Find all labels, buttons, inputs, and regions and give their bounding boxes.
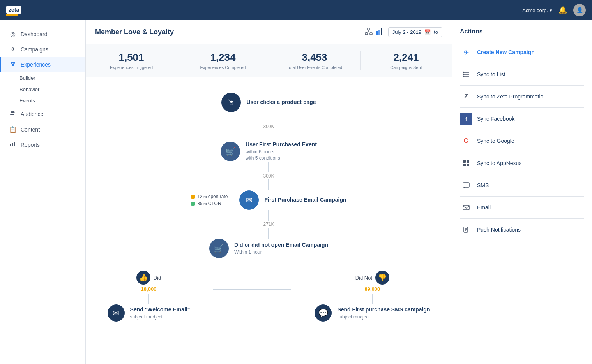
welcome-email-circle[interactable]: ✉ <box>108 304 125 322</box>
hierarchy-icon[interactable] <box>365 28 373 37</box>
action-sync-list[interactable]: Sync to List <box>460 63 584 86</box>
create-campaign-icon: ✈ <box>460 46 472 58</box>
sidebar-item-campaigns[interactable]: ✈ Campaigns <box>0 42 85 57</box>
email-icon: ✉ <box>246 195 253 205</box>
sync-zeta-icon: Z <box>460 90 472 103</box>
avatar[interactable]: 👤 <box>573 4 586 16</box>
action-sync-facebook[interactable]: f Sync Facebook <box>460 108 584 130</box>
count-label-3: 271K <box>263 222 274 227</box>
action-label-sync-list: Sync to List <box>477 71 505 77</box>
sidebar-sub-item-builder[interactable]: Builder <box>19 72 85 84</box>
email-row: 12% open rate 35% CTOR ✉ <box>191 190 346 210</box>
node-row-purchase: 🛒 User First Purchased Event within 6 ho… <box>221 141 317 162</box>
logo-text: zeta <box>6 6 21 14</box>
action-label-create-campaign: Create New Campaign <box>477 49 535 55</box>
check-icon: 🛒 <box>214 244 224 253</box>
action-sync-zeta[interactable]: Z Sync to Zeta Programmatic <box>460 86 584 108</box>
sync-google-icon: G <box>460 135 472 147</box>
date-to-label: to <box>434 29 438 35</box>
thumbs-up-circle: 👍 <box>136 271 150 285</box>
svg-rect-25 <box>467 160 469 163</box>
sidebar-item-reports[interactable]: Reports <box>0 137 85 153</box>
did-thumb: 👍 Did <box>136 271 161 285</box>
sidebar-item-audience[interactable]: Audience <box>0 106 85 122</box>
calendar-icon: 📅 <box>424 29 431 35</box>
ctor-meta: 35% CTOR <box>191 201 228 206</box>
email-node-title: First Purchase Email Campaign <box>264 196 346 204</box>
trigger-node-title: User clicks a product page <box>246 98 316 106</box>
svg-point-2 <box>12 64 14 66</box>
action-sync-google[interactable]: G Sync to Google <box>460 130 584 152</box>
shopping-icon: 🛒 <box>226 147 235 156</box>
avatar-icon: 👤 <box>576 7 583 13</box>
did-vert-line-1 <box>269 264 269 271</box>
sidebar-label-dashboard: Dashboard <box>21 31 48 37</box>
check-node-sub: Within 1 hour <box>234 249 328 256</box>
sms-campaign-circle[interactable]: 💬 <box>315 304 332 322</box>
stat-label-3: Campaigns Sent <box>361 65 452 70</box>
sidebar-item-experiences[interactable]: Experiences <box>0 57 85 72</box>
logo-underline <box>6 14 18 16</box>
svg-rect-10 <box>370 33 372 35</box>
svg-rect-16 <box>378 30 380 35</box>
flow-center: 🖱 User clicks a product page 300K 🛒 <box>101 85 436 329</box>
check-node-circle[interactable]: 🛒 <box>209 239 229 258</box>
thumbs-down-icon: 👎 <box>378 273 387 282</box>
svg-point-1 <box>13 62 15 64</box>
flow-step-check: 🛒 Did or did not open Email Campaign Wit… <box>209 239 328 258</box>
did-not-label: Did Not <box>355 275 372 281</box>
stat-experiences-triggered: 1,501 Experiences Triggered <box>86 51 177 70</box>
node-row-email: ✉ First Purchase Email Campaign <box>239 190 346 210</box>
action-sms[interactable]: SMS <box>460 174 584 197</box>
action-create-campaign[interactable]: ✈ Create New Campaign <box>460 41 584 63</box>
branch-horizontal-line <box>213 289 291 290</box>
did-not-thumb: Did Not 👎 <box>355 271 389 285</box>
did-not-branch: Did Not 👎 89,000 💬 <box>315 271 430 322</box>
sync-appnexus-icon <box>460 157 472 169</box>
chart-icon[interactable] <box>376 28 383 37</box>
date-range[interactable]: July 2 - 2019 📅 to <box>388 27 442 37</box>
branch-connector-row: 👍 Did 18,000 ✉ <box>108 271 430 322</box>
stats-bar: 1,501 Experiences Triggered 1,234 Experi… <box>86 44 452 77</box>
connector-line-3b <box>268 228 269 239</box>
sidebar-sub-experiences: Builder Behavior Events <box>0 72 85 106</box>
stat-value-1: 1,234 <box>177 51 269 63</box>
open-rate-text: 12% open rate <box>197 194 228 199</box>
did-label: Did <box>154 275 161 281</box>
reports-icon <box>9 141 17 149</box>
sidebar-label-audience: Audience <box>21 111 43 117</box>
action-sync-appnexus[interactable]: Sync to AppNexus <box>460 152 584 174</box>
sidebar-item-content[interactable]: 📋 Content <box>0 122 85 137</box>
purchase-node-title: User First Purchased Event <box>246 141 317 149</box>
svg-rect-27 <box>467 164 469 166</box>
email-meta: 12% open rate 35% CTOR <box>191 194 228 206</box>
sms-campaign-title: Send First purchase SMS campaign <box>337 306 430 314</box>
email-action-icon <box>460 201 472 214</box>
svg-rect-8 <box>368 28 370 30</box>
sms-campaign-sub: subject mudject <box>337 314 430 320</box>
sidebar: ◎ Dashboard ✈ Campaigns Experiences Buil… <box>0 20 86 364</box>
did-count: 18,000 <box>141 286 157 292</box>
app-body: ◎ Dashboard ✈ Campaigns Experiences Buil… <box>0 20 592 364</box>
svg-point-22 <box>463 74 464 75</box>
trigger-node-info: User clicks a product page <box>246 98 316 106</box>
action-email[interactable]: Email <box>460 197 584 219</box>
purchase-node-circle[interactable]: 🛒 <box>221 142 240 161</box>
trigger-node-circle[interactable]: 🖱 <box>221 93 241 112</box>
welcome-email-title: Send "Welcome Email" <box>130 306 190 314</box>
campaigns-icon: ✈ <box>9 46 17 53</box>
purchase-node-sub1: within 6 hours <box>246 149 317 155</box>
main-content: Member Love & Loyalty <box>86 20 452 364</box>
svg-point-21 <box>463 72 464 73</box>
company-name[interactable]: Acme corp. ▾ <box>522 7 552 13</box>
sidebar-label-reports: Reports <box>21 142 40 148</box>
svg-rect-17 <box>381 28 382 35</box>
branch-col-did: 👍 Did 18,000 ✉ <box>108 264 430 322</box>
sidebar-item-dashboard[interactable]: ◎ Dashboard <box>0 26 85 42</box>
sidebar-sub-item-behavior[interactable]: Behavior <box>19 84 85 95</box>
bell-icon[interactable]: 🔔 <box>558 6 567 14</box>
action-push-notifications[interactable]: Push Notifications <box>460 219 584 241</box>
branch-section: 👍 Did 18,000 ✉ <box>101 261 436 322</box>
sidebar-sub-item-events[interactable]: Events <box>19 95 85 106</box>
email-node-circle[interactable]: ✉ <box>239 190 259 210</box>
